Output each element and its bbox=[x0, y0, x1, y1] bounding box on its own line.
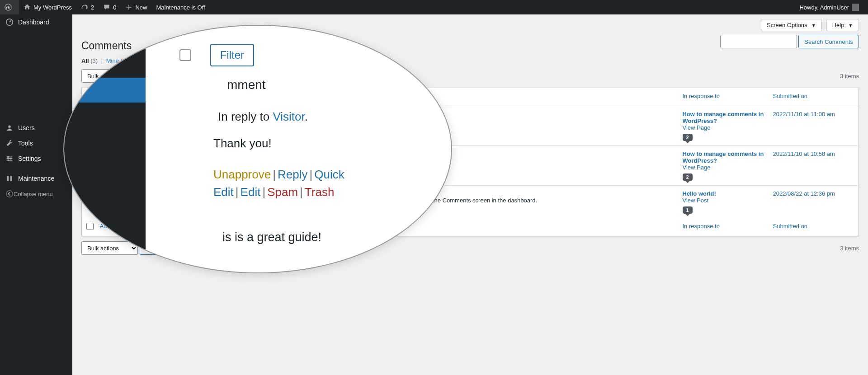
bulk-actions-select-bottom[interactable]: Bulk actions bbox=[81, 241, 138, 255]
response-view[interactable]: View Page bbox=[683, 164, 764, 171]
select-all-bottom[interactable] bbox=[86, 223, 94, 230]
filter-all-count: (3) bbox=[90, 57, 98, 64]
author-email[interactable]: wordpress.org bbox=[119, 198, 193, 205]
tablenav-top: Bulk actions Apply All comment 3 items bbox=[81, 68, 859, 84]
col-date-footer[interactable]: Submitted on bbox=[773, 223, 808, 230]
response-title[interactable]: How to manage comments in WordPress? bbox=[683, 111, 764, 124]
response-title[interactable]: How to manage comments in WordPress? bbox=[683, 150, 764, 164]
help-button[interactable]: Help ▼ bbox=[826, 19, 859, 31]
comment-row: AdminUseradmin@mywebsite.com87.118.135.1… bbox=[82, 106, 859, 146]
menu-tools[interactable]: Tools bbox=[0, 136, 72, 151]
filter-pending-count: (0) bbox=[159, 57, 166, 64]
screen-options-button[interactable]: Screen Options ▼ bbox=[761, 19, 822, 31]
maintenance-icon bbox=[5, 174, 14, 183]
menu-users[interactable]: Users bbox=[0, 120, 72, 136]
select-all-top[interactable] bbox=[86, 93, 94, 100]
author-email[interactable]: visitor@email.com bbox=[119, 158, 167, 165]
comments-link-top[interactable]: 0 bbox=[99, 0, 121, 14]
screen-options-label: Screen Options bbox=[767, 22, 807, 28]
filter-all[interactable]: All bbox=[81, 57, 89, 64]
update-icon bbox=[81, 4, 88, 11]
filter-approved[interactable]: Approved bbox=[175, 57, 200, 64]
search-box: Search Comments bbox=[720, 35, 859, 48]
help-label: Help bbox=[832, 22, 844, 28]
author-name: Visitor bbox=[119, 150, 167, 157]
howdy-text: Howdy, AdminUser bbox=[799, 4, 849, 11]
admin-sidebar: Dashboard Users Tools Settings Maintenan… bbox=[0, 14, 72, 269]
svg-point-8 bbox=[8, 159, 9, 161]
items-count-top: 3 items bbox=[840, 73, 859, 80]
chevron-down-icon: ▼ bbox=[848, 23, 853, 28]
comment-date[interactable]: 2022/08/22 at 12:36 pm bbox=[773, 190, 835, 197]
comment-date[interactable]: 2022/11/10 at 11:00 am bbox=[773, 111, 835, 117]
menu-settings[interactable]: Settings bbox=[0, 151, 72, 166]
row-checkbox[interactable] bbox=[86, 150, 94, 158]
svg-point-7 bbox=[10, 158, 12, 159]
site-name-link[interactable]: My WordPress bbox=[19, 0, 76, 14]
dashboard-icon bbox=[5, 18, 14, 26]
admin-bar: My WordPress 2 0 New Maintenance is Off … bbox=[0, 0, 868, 14]
apply-button-top[interactable]: Apply bbox=[140, 69, 166, 83]
row-checkbox[interactable] bbox=[86, 111, 94, 118]
comment-count-bubble[interactable]: 1 bbox=[683, 206, 693, 214]
author-ip[interactable]: 87.118.135.129 bbox=[119, 125, 181, 132]
col-response-footer[interactable]: In response to bbox=[683, 223, 720, 230]
col-date-header[interactable]: Submitted on bbox=[773, 93, 808, 99]
main-content: Screen Options ▼ Help ▼ Comments Search … bbox=[72, 14, 868, 269]
author-ip[interactable]: 87.118.135.129 bbox=[119, 165, 167, 172]
author-email[interactable]: admin@mywebsite.com bbox=[119, 118, 181, 125]
filter-approved-count: (3) bbox=[202, 57, 209, 64]
users-icon bbox=[5, 124, 14, 132]
filter-links: All (3) | Mine (1) | Pending (0) | Appro… bbox=[81, 57, 859, 64]
tablenav-bottom: Bulk actions Apply 3 items bbox=[81, 240, 859, 256]
comment-date[interactable]: 2022/11/10 at 10:58 am bbox=[773, 150, 835, 157]
collapse-icon bbox=[5, 190, 14, 198]
filter-mine[interactable]: Mine bbox=[106, 57, 119, 64]
comment-type-select[interactable]: All comment bbox=[170, 69, 227, 83]
howdy-link[interactable]: Howdy, AdminUser bbox=[795, 0, 863, 14]
col-comment-header: Comment bbox=[231, 88, 678, 106]
comment-body: Hi, this is a comment.To get started wit… bbox=[231, 186, 678, 219]
menu-users-label: Users bbox=[18, 124, 35, 131]
menu-dashboard[interactable]: Dashboard bbox=[0, 14, 72, 30]
search-input[interactable] bbox=[720, 35, 797, 48]
response-view[interactable]: View Post bbox=[683, 197, 764, 204]
chevron-down-icon: ▼ bbox=[811, 23, 816, 28]
svg-point-9 bbox=[6, 191, 13, 197]
menu-dashboard-label: Dashboard bbox=[18, 19, 49, 26]
bulk-actions-select[interactable]: Bulk actions bbox=[81, 69, 138, 83]
new-link[interactable]: New bbox=[121, 0, 151, 14]
avatar bbox=[100, 150, 114, 165]
col-author-header[interactable]: Author bbox=[100, 93, 117, 99]
comment-count-bubble[interactable]: 2 bbox=[683, 134, 693, 141]
col-author-footer[interactable]: Author bbox=[100, 223, 117, 230]
apply-button-bottom[interactable]: Apply bbox=[140, 241, 166, 255]
collapse-label: Collapse menu bbox=[14, 191, 53, 197]
maintenance-label: Maintenance is Off bbox=[156, 4, 205, 11]
menu-maintenance[interactable]: Maintenance bbox=[0, 171, 72, 186]
comments-count-top: 0 bbox=[113, 4, 116, 11]
maintenance-link[interactable]: Maintenance is Off bbox=[151, 0, 209, 14]
comment-row: A WordPress Commenterwordpress.orgwapuu@… bbox=[82, 186, 859, 219]
filter-mine-count: (1) bbox=[121, 57, 128, 64]
author-ip[interactable]: wapuu@wordpress.example bbox=[119, 205, 193, 211]
comment-count-bubble[interactable]: 2 bbox=[683, 173, 693, 181]
wordpress-icon bbox=[5, 4, 12, 11]
filter-pending[interactable]: Pending bbox=[136, 57, 158, 64]
tools-icon bbox=[5, 139, 14, 147]
svg-point-2 bbox=[8, 126, 10, 128]
settings-icon bbox=[5, 155, 14, 163]
menu-settings-label: Settings bbox=[18, 155, 41, 162]
response-title[interactable]: Hello world! bbox=[683, 190, 764, 197]
items-count-bottom: 3 items bbox=[840, 245, 859, 252]
response-view[interactable]: View Page bbox=[683, 124, 764, 131]
site-name: My WordPress bbox=[33, 4, 72, 11]
search-comments-button[interactable]: Search Comments bbox=[798, 35, 859, 48]
collapse-menu[interactable]: Collapse menu bbox=[0, 186, 72, 202]
wp-logo[interactable] bbox=[0, 0, 19, 14]
row-checkbox[interactable] bbox=[86, 190, 94, 197]
author-name: AdminUser bbox=[119, 111, 181, 117]
updates-link[interactable]: 2 bbox=[76, 0, 99, 14]
col-response-header[interactable]: In response to bbox=[683, 93, 720, 99]
user-avatar-icon bbox=[852, 4, 859, 11]
